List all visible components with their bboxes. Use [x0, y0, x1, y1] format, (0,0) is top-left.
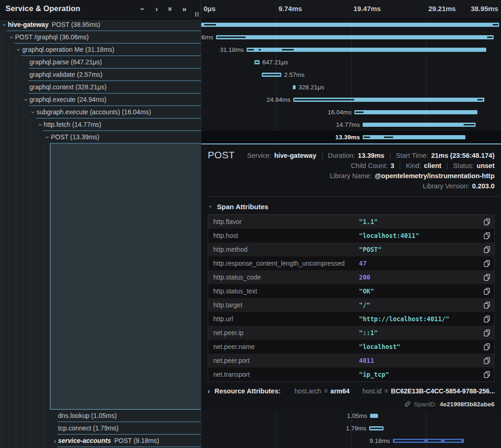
span-row-label[interactable]: tcp.connect (1.79ms)	[58, 424, 119, 432]
timeline-row[interactable]: 1.05ms	[201, 410, 501, 422]
copy-icon[interactable]	[483, 260, 490, 267]
span-row[interactable]: graphql.validate (2.57ms)	[0, 68, 201, 81]
meta-key: Kind:	[406, 162, 421, 169]
span-row[interactable]: ›POST (13.39ms)	[0, 131, 201, 143]
resource-attributes-row[interactable]: ›Resource Attributes:host.arch=arm64host…	[208, 386, 495, 396]
span-bar[interactable]	[354, 110, 477, 114]
indent-guide	[9, 410, 9, 422]
timeline-row[interactable]: 9.18ms	[201, 435, 501, 447]
timeline-row[interactable]	[201, 19, 501, 31]
collapse-one-icon[interactable]: ›	[139, 5, 147, 13]
span-bar[interactable]	[369, 426, 383, 430]
timeline-row[interactable]: 328.21μs	[201, 81, 501, 93]
chevron-down-icon[interactable]: ›	[9, 34, 16, 40]
span-bar[interactable]	[216, 35, 494, 39]
chevron-down-icon[interactable]: ›	[30, 109, 37, 115]
span-row-label[interactable]: subgraph.execute (accounts) (16.04ms)	[37, 108, 151, 116]
indent-guide	[16, 81, 16, 93]
child-span-marker	[395, 440, 424, 442]
indent-guide	[1, 131, 2, 143]
indent-guide	[1, 56, 2, 68]
detail-meta-line: Library Name:@opentelemetry/instrumentat…	[330, 171, 495, 181]
span-bar[interactable]	[293, 85, 296, 89]
span-row[interactable]: tcp.connect (1.79ms)	[0, 422, 201, 435]
copy-icon[interactable]	[483, 357, 490, 364]
span-bar[interactable]	[363, 123, 476, 127]
chevron-down-icon[interactable]: ›	[1, 22, 8, 28]
span-row[interactable]: ›http.fetch (14.77ms)	[0, 118, 201, 131]
span-row-label[interactable]: graphql.context (328.21μs)	[30, 83, 107, 91]
timeline-row[interactable]: 647.21μs	[201, 56, 501, 68]
copy-icon[interactable]	[483, 274, 490, 281]
span-duration-label: 1.79ms	[346, 425, 366, 432]
span-bar[interactable]	[393, 439, 464, 443]
timeline-row[interactable]: 36.06ms	[201, 31, 501, 44]
operation-name: graphql.context (328.21μs)	[30, 83, 107, 91]
span-row[interactable]: graphql.parse (647.21μs)	[0, 56, 201, 68]
span-duration-label: 36.06ms	[201, 34, 213, 41]
timeline-row[interactable]: 16.04ms	[201, 106, 501, 118]
copy-icon[interactable]	[483, 329, 490, 336]
span-row-label[interactable]: graphql.operation Me (31.18ms)	[22, 46, 114, 53]
indent-guide	[1, 31, 2, 44]
copy-icon[interactable]	[483, 232, 490, 239]
span-row-label[interactable]: POST (13.39ms)	[51, 133, 99, 141]
copy-icon[interactable]	[483, 218, 490, 225]
span-row-label[interactable]: POST /graphql (36.06ms)	[15, 33, 89, 41]
span-row-label[interactable]: http.fetch (14.77ms)	[44, 121, 102, 128]
span-bar[interactable]	[201, 23, 499, 27]
span-row[interactable]: ›hive-gatewayPOST (38.95ms)	[0, 19, 201, 31]
span-row[interactable]: graphql.context (328.21μs)	[0, 81, 201, 93]
span-row-label[interactable]: hive-gatewayPOST (38.95ms)	[8, 21, 100, 28]
chevron-down-icon[interactable]: ›	[16, 47, 23, 53]
span-attributes-section-header[interactable]: › Span Attributes	[208, 203, 268, 211]
span-row-label[interactable]: graphql.validate (2.57ms)	[30, 71, 103, 78]
timeline-row[interactable]: 2.57ms	[201, 68, 501, 81]
chevron-down-icon[interactable]: ›	[44, 134, 51, 140]
resizer-grip-icon[interactable]	[195, 12, 199, 17]
span-bar[interactable]	[363, 135, 465, 139]
pane-resizer[interactable]	[201, 0, 201, 448]
span-row[interactable]: ›graphql.operation Me (31.18ms)	[0, 44, 201, 56]
copy-icon[interactable]	[483, 246, 490, 253]
indent-guide	[9, 435, 9, 447]
timeline-row[interactable]: 1.79ms	[201, 422, 501, 435]
detail-meta-line: Service:hive-gatewayDuration:13.39msStar…	[247, 150, 495, 161]
span-row[interactable]: dns.lookup (1.05ms)	[0, 410, 201, 422]
chevron-down-icon[interactable]: ›	[23, 97, 30, 103]
collapse-all-icon[interactable]: »	[167, 5, 174, 13]
copy-icon[interactable]	[483, 287, 490, 295]
copy-icon[interactable]	[483, 371, 490, 378]
copy-icon[interactable]	[483, 343, 490, 350]
attribute-row: net.transport"ip_tcp"	[208, 367, 494, 381]
attribute-value: "localhost"	[359, 343, 400, 350]
detail-meta-line: Library Version:0.203.0	[423, 181, 495, 191]
timeline-row[interactable]: 24.94ms	[201, 93, 501, 106]
span-bar[interactable]	[262, 73, 281, 77]
indent-guide	[1, 410, 2, 422]
span-tree-pane: Service & Operation ››»» ›hive-gatewayPO…	[0, 0, 201, 448]
timeline-row-selected[interactable]: 13.39ms	[201, 131, 501, 143]
span-row-label[interactable]: graphql.parse (647.21μs)	[30, 58, 102, 66]
expand-one-icon[interactable]: ›	[153, 5, 161, 13]
span-row[interactable]: ›graphql.execute (24.94ms)	[0, 93, 201, 106]
span-row[interactable]: ›POST /graphql (36.06ms)	[0, 31, 201, 44]
span-bar[interactable]	[247, 48, 486, 52]
expand-all-icon[interactable]: »	[180, 5, 188, 13]
chevron-down-icon[interactable]: ›	[37, 122, 44, 128]
chevron-right-icon[interactable]: ›	[52, 437, 58, 444]
span-bar[interactable]	[370, 414, 378, 418]
span-row-label[interactable]: dns.lookup (1.05ms)	[58, 412, 117, 419]
timeline-row[interactable]: 31.18ms	[201, 44, 501, 56]
copy-icon[interactable]	[483, 301, 490, 309]
link-icon[interactable]	[404, 401, 411, 407]
span-row[interactable]: ›service-accountsPOST (9.18ms)	[0, 435, 201, 447]
meta-key: Library Name:	[330, 172, 372, 180]
span-bar[interactable]	[293, 98, 484, 102]
span-bar[interactable]	[254, 60, 260, 64]
span-row-label[interactable]: service-accountsPOST (9.18ms)	[58, 437, 159, 444]
span-row[interactable]: ›subgraph.execute (accounts) (16.04ms)	[0, 106, 201, 118]
span-row-label[interactable]: graphql.execute (24.94ms)	[30, 96, 107, 103]
timeline-row[interactable]: 14.77ms	[201, 118, 501, 131]
copy-icon[interactable]	[483, 315, 490, 323]
